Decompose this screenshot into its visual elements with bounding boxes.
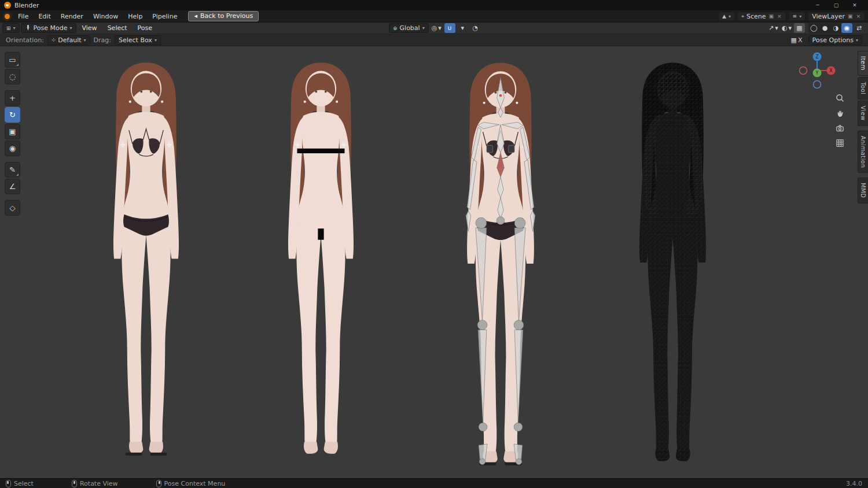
pivot-icon: ◎ [432,24,437,32]
svg-text:Z: Z [815,54,819,60]
xray-toggle[interactable]: ▦ [794,23,805,33]
back-to-previous-button[interactable]: ◂ Back to Previous [188,11,259,21]
viewport-nav-buttons [833,91,846,149]
chevron-down-icon: ▾ [422,25,425,31]
menu-view[interactable]: View [78,23,102,33]
menu-bar: File Edit Render Window Help Pipeline ◂ … [0,10,868,23]
tab-item[interactable]: Item [858,51,868,76]
tool-cursor-button[interactable]: ◌ [5,69,20,84]
show-overlays-dropdown[interactable]: ◐ ▾ [781,23,793,33]
svg-text:X: X [829,68,833,73]
show-gizmo-dropdown[interactable]: ↗ ▾ [767,23,779,33]
menu-pose[interactable]: Pose [133,23,157,33]
viewlayer-duplicate-icon[interactable]: ▣ [847,13,854,19]
gizmo-axis-x-neg[interactable] [800,67,807,75]
gizmo-arrow-icon: ↗ [768,24,774,32]
menu-select[interactable]: Select [103,23,132,33]
window-title: Blender [14,2,39,9]
pose-options-panel-toggle[interactable]: Pose Options ▾ [808,35,862,45]
proportional-edit-toggle[interactable]: ◔ [470,23,481,33]
menu-file[interactable]: File [13,12,33,21]
camera-view-icon[interactable] [833,121,846,134]
pan-hand-icon[interactable] [833,106,846,119]
blender-window: Blender ─ ▢ ✕ File Edit Render Window He… [0,0,868,488]
pivot-point-select[interactable]: ◎ ▾ [431,23,443,33]
zoom-icon[interactable] [833,91,846,104]
middle-mouse-icon [72,480,77,487]
scene-selector[interactable]: ⌖ Scene ▣ × [737,12,786,21]
menu-window[interactable]: Window [89,12,123,21]
snap-toggle[interactable]: ∪ [444,23,455,33]
viewlayer-browse-button[interactable]: ≡ ▾ [789,12,806,21]
gizmo-axis-z-neg[interactable] [814,81,821,88]
tool-annotate-button[interactable]: ✎ [5,162,20,178]
mirror-x-toggle[interactable]: ▦ X [790,35,804,45]
pin-icon: ⌖ [741,13,744,20]
sidebar-tabs: Item Tool View Animation MMD [858,51,868,204]
blender-logo-icon [4,2,11,9]
chevron-down-icon: ▾ [438,24,442,32]
chevron-down-icon: ▾ [13,25,16,31]
drag-select-box-select[interactable]: Select Box ▾ [115,35,161,45]
shading-dropdown[interactable]: ⇄ [854,23,865,33]
shading-rendered-button[interactable]: ◉ [841,23,852,33]
chevron-down-icon: ▾ [84,38,86,43]
tab-view[interactable]: View [858,101,868,126]
character-model-wireframe[interactable] [610,57,735,467]
hint-context-menu: Pose Context Menu [156,480,226,487]
menu-edit[interactable]: Edit [34,12,55,21]
scene-browse-button[interactable]: ▲ ▾ [718,12,735,21]
tool-measure-button[interactable]: ∠ [5,179,20,194]
tool-transform-button[interactable]: ◉ [5,141,20,156]
mode-selector[interactable]: Pose Mode ▾ [21,23,76,33]
hint-select: Select [6,480,34,487]
chevron-down-icon: ▾ [461,24,465,32]
left-mouse-icon [6,480,11,487]
blender-app-menu-icon[interactable] [3,12,12,21]
editor-type-icon: ⊞ [6,25,11,31]
scene-duplicate-icon[interactable]: ▣ [768,13,775,19]
tab-animation[interactable]: Animation [858,131,868,173]
tab-mmd[interactable]: MMD [858,178,868,203]
tool-settings-bar: Orientation: ⊹ Default ▾ Drag: Select Bo… [0,34,868,46]
blender-version: 3.4.0 [846,480,862,487]
character-model-censored[interactable] [262,57,380,460]
scene-unlink-icon[interactable]: × [777,13,782,19]
transform-orientation-select[interactable]: ⊕ Global ▾ [389,23,429,33]
title-bar: Blender ─ ▢ ✕ [0,0,868,10]
scene-name: Scene [746,13,766,20]
menu-pipeline[interactable]: Pipeline [148,12,182,21]
menu-help[interactable]: Help [123,12,147,21]
tab-tool[interactable]: Tool [858,77,868,99]
viewlayer-selector[interactable]: ViewLayer ▣ × [808,12,865,21]
orientation-default-select[interactable]: ⊹ Default ▾ [47,35,90,45]
character-model-bikini[interactable] [87,57,205,460]
snap-settings[interactable]: ▾ [457,23,468,33]
tool-pose-breakdowner-button[interactable]: ◇ [5,200,20,216]
tool-rotate-button[interactable]: ↻ [5,107,20,123]
chevron-down-icon: ▾ [856,38,858,43]
shading-solid-button[interactable]: ● [819,23,830,33]
menu-render[interactable]: Render [56,12,88,21]
swap-arrows-icon: ⇄ [856,24,862,32]
tool-select-box-button[interactable]: ▭ [5,52,20,68]
character-model-armature[interactable] [440,57,561,469]
editor-type-button[interactable]: ⊞ ▾ [2,23,20,33]
maximize-button[interactable]: ▢ [827,0,845,10]
axis-icon: ⊹ [52,37,56,43]
shading-wireframe-button[interactable]: ◯ [808,23,819,33]
navigation-gizmo[interactable]: Z X Y [796,50,838,93]
3d-viewport[interactable]: ▭ ◌ + ↻ ▣ ◉ ✎ ∠ ◇ [0,46,868,478]
scene-icon: ▲ [722,13,726,19]
minimize-button[interactable]: ─ [808,0,827,10]
chevron-down-icon: ▾ [155,38,157,43]
tool-scale-button[interactable]: ▣ [5,124,20,139]
toolbar: ▭ ◌ + ↻ ▣ ◉ ✎ ∠ ◇ [5,52,20,216]
viewlayer-remove-icon[interactable]: × [855,13,861,19]
shading-material-button[interactable]: ◑ [830,23,841,33]
globe-icon: ⊕ [393,25,398,31]
tool-move-button[interactable]: + [5,90,20,106]
pose-mode-icon [25,25,31,31]
toggle-view-grid-icon[interactable] [833,136,846,149]
close-button[interactable]: ✕ [845,0,864,10]
